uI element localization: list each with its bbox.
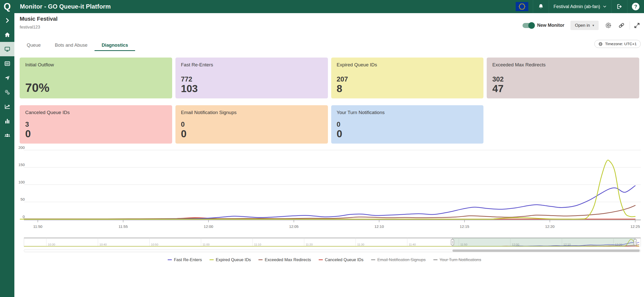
time-range-brush[interactable]: 10:3010:4010:5011:0011:1011:2011:3011:40… xyxy=(0,236,644,254)
tab-queue[interactable]: Queue xyxy=(20,40,48,51)
timezone-pill[interactable]: Timezone: UTC+1 xyxy=(594,40,641,48)
svg-text:11:00: 11:00 xyxy=(203,243,210,246)
svg-text:0: 0 xyxy=(23,214,25,219)
settings-gear-icon[interactable] xyxy=(605,22,612,29)
bell-icon xyxy=(538,3,544,10)
toolbar-divider xyxy=(630,21,630,30)
event-card-icon xyxy=(4,60,11,67)
legend-label: Exceeded Max Redirects xyxy=(265,257,311,262)
copy-link-icon[interactable] xyxy=(618,22,625,29)
fullscreen-icon[interactable] xyxy=(634,22,640,29)
stat-card-major-value: 8 xyxy=(337,83,478,94)
sidebar-item-reports[interactable] xyxy=(0,114,14,128)
stat-card-title: Email Notification Signups xyxy=(181,110,322,115)
legend-item-email-notification-signups[interactable]: Email Notification Signups xyxy=(371,257,426,262)
users-icon xyxy=(4,132,11,139)
chevron-down-icon xyxy=(603,5,607,9)
legend-swatch xyxy=(319,259,323,260)
legend-label: Canceled Queue IDs xyxy=(325,257,363,262)
stat-card-major-value: 103 xyxy=(181,83,322,94)
legend-item-your-turn-notifications[interactable]: Your Turn Notifications xyxy=(433,257,481,262)
event-name: Music Festival xyxy=(20,16,57,22)
chart-legend: Fast Re-Enters Expired Queue IDs Exceede… xyxy=(14,257,634,262)
toggle-knob xyxy=(528,22,535,29)
monitor-toolbar: New Monitor Open in ▾ xyxy=(523,21,640,30)
globe-icon xyxy=(598,42,603,46)
open-in-label: Open in xyxy=(575,23,590,28)
sign-out-icon xyxy=(616,3,623,10)
new-monitor-label: New Monitor xyxy=(537,23,564,28)
stat-cards-grid: Initial Outflow 70% Fast Re-Enters 772 1… xyxy=(20,58,639,144)
svg-text:10:30: 10:30 xyxy=(48,243,55,246)
notifications-button[interactable] xyxy=(533,0,549,13)
eu-flag-icon xyxy=(516,2,528,11)
language-flag-button[interactable] xyxy=(511,0,533,13)
legend-label: Email Notification Signups xyxy=(377,257,426,262)
stat-card-exceeded-max-redirects: Exceeded Max Redirects 302 47 xyxy=(487,58,639,98)
svg-text:12:25: 12:25 xyxy=(630,224,640,229)
sidebar-item-monitor[interactable] xyxy=(0,42,14,56)
svg-text:150: 150 xyxy=(18,163,25,167)
bar-chart-icon xyxy=(4,118,11,124)
svg-text:12:15: 12:15 xyxy=(460,224,469,229)
new-monitor-toggle[interactable] xyxy=(523,23,534,28)
caret-down-icon: ▾ xyxy=(592,23,594,27)
hscrollbar-thumb xyxy=(452,250,640,252)
legend-label: Your Turn Notifications xyxy=(440,257,481,262)
svg-text:12:20: 12:20 xyxy=(545,224,555,229)
tab-diagnostics[interactable]: Diagnostics xyxy=(95,40,135,51)
home-icon xyxy=(4,32,11,38)
svg-text:12:05: 12:05 xyxy=(289,224,299,229)
stat-card-value: 70% xyxy=(25,82,167,94)
sidebar-item-home[interactable] xyxy=(0,28,14,42)
stat-card-minor-value: 3 xyxy=(25,121,167,128)
sidebar-item-integrations[interactable] xyxy=(0,85,14,99)
monitor-icon xyxy=(4,46,11,52)
gears-icon xyxy=(4,89,11,96)
app-window: Q Monitor - GO Queue-it Platform xyxy=(0,0,644,297)
timezone-label: Timezone: UTC+1 xyxy=(605,42,637,46)
svg-text:11:20: 11:20 xyxy=(306,243,313,246)
stat-card-minor-value: 0 xyxy=(181,121,322,128)
stat-card-major-value: 0 xyxy=(181,128,322,139)
open-in-button[interactable]: Open in ▾ xyxy=(570,21,599,30)
sidebar-item-events[interactable] xyxy=(0,56,14,71)
sidebar-item-users[interactable] xyxy=(0,128,14,143)
legend-item-exceeded-max-redirects[interactable]: Exceeded Max Redirects xyxy=(258,257,311,262)
stat-card-initial-outflow: Initial Outflow 70% xyxy=(20,58,172,98)
stat-card-title: Exceeded Max Redirects xyxy=(492,62,634,68)
sign-out-button[interactable] xyxy=(611,0,627,13)
svg-text:11:55: 11:55 xyxy=(118,224,128,229)
sidebar-item-analytics[interactable] xyxy=(0,99,14,114)
svg-text:12:10: 12:10 xyxy=(375,224,384,229)
sidebar-item-campaigns[interactable] xyxy=(0,71,14,85)
legend-swatch xyxy=(258,259,263,260)
stat-card-major-value: 0 xyxy=(337,128,478,139)
help-button[interactable]: ? xyxy=(627,0,644,13)
tab-bots-and-abuse[interactable]: Bots and Abuse xyxy=(48,40,95,51)
svg-text:11:10: 11:10 xyxy=(254,243,261,246)
diagnostics-line-chart[interactable]: 05010015020011:5011:5512:0012:0512:1012:… xyxy=(0,145,644,232)
queueit-logo[interactable]: Q xyxy=(0,0,14,13)
legend-item-expired-queue-ids[interactable]: Expired Queue IDs xyxy=(209,257,251,262)
svg-text:200: 200 xyxy=(18,145,25,150)
stat-card-major-value: 47 xyxy=(492,83,634,94)
svg-text:10:50: 10:50 xyxy=(151,243,158,246)
legend-swatch xyxy=(209,259,214,260)
legend-item-fast-re-enters[interactable]: Fast Re-Enters xyxy=(168,257,202,262)
legend-item-canceled-queue-ids[interactable]: Canceled Queue IDs xyxy=(319,257,363,262)
stat-card-expired-queue-ids: Expired Queue IDs 207 8 xyxy=(331,58,484,98)
stat-card-title: Canceled Queue IDs xyxy=(25,110,167,115)
stat-card-minor-value: 207 xyxy=(337,75,478,83)
send-icon xyxy=(4,75,11,81)
stat-card-title: Your Turn Notifications xyxy=(337,110,478,115)
legend-label: Expired Queue IDs xyxy=(216,257,251,262)
event-id: festival123 xyxy=(20,25,40,30)
stat-card-title: Fast Re-Enters xyxy=(181,62,322,68)
sidebar-expand-button[interactable] xyxy=(0,13,14,28)
user-menu[interactable]: Festival Admin (ab-fan) xyxy=(549,0,611,13)
app-title: Monitor - GO Queue-it Platform xyxy=(20,3,111,10)
help-icon: ? xyxy=(632,3,639,10)
legend-swatch xyxy=(433,259,438,260)
line-chart-icon xyxy=(4,103,11,110)
